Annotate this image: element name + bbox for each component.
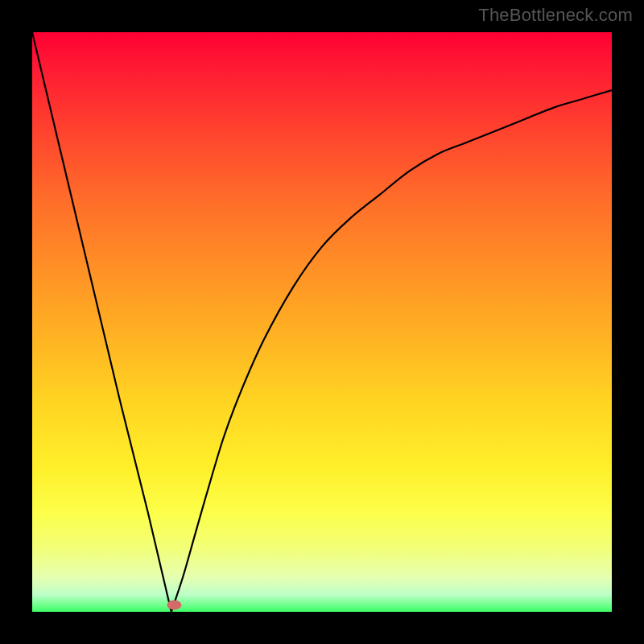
plot-area [32, 32, 612, 612]
minimum-marker [167, 600, 181, 609]
curve-right-branch [171, 90, 612, 612]
curve-left-branch [32, 32, 171, 612]
chart-frame: TheBottleneck.com [0, 0, 644, 644]
curve-svg [32, 32, 612, 612]
watermark-text: TheBottleneck.com [478, 5, 633, 26]
